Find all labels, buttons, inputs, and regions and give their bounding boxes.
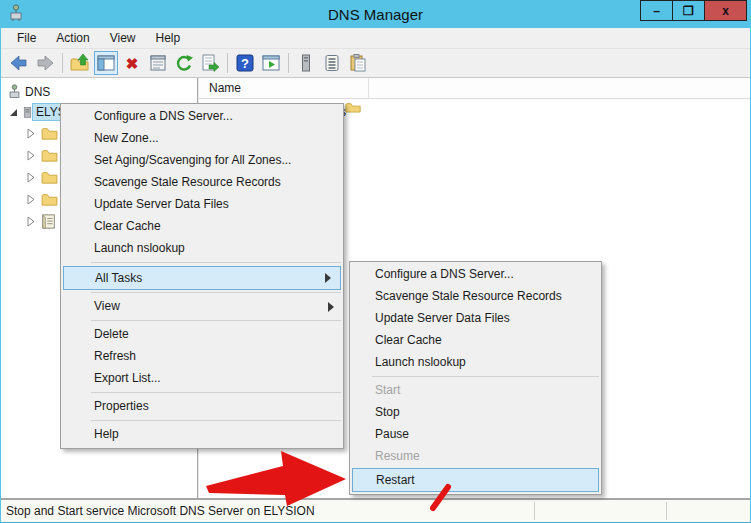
menu-item-delete[interactable]: Delete (61, 324, 343, 346)
toolbar-separator (288, 53, 289, 73)
console-tree-icon[interactable] (94, 51, 118, 75)
menu-item-configure-dns-server[interactable]: Configure a DNS Server... (61, 106, 343, 128)
close-button[interactable]: x (704, 0, 747, 21)
window-title: DNS Manager (1, 6, 750, 23)
menu-item-refresh[interactable]: Refresh (61, 346, 343, 368)
submenu-item-launch-nslookup[interactable]: Launch nslookup (350, 352, 601, 374)
folder-icon (41, 170, 58, 184)
refresh-icon[interactable] (172, 51, 196, 75)
menu-item-label: All Tasks (95, 271, 142, 285)
title-bar: DNS Manager – ❐ x (1, 0, 750, 28)
collapsed-triangle-icon[interactable] (25, 193, 37, 205)
delete-icon[interactable]: ✖ (120, 51, 144, 75)
submenu-item-restart[interactable]: Restart (352, 468, 599, 492)
app-icon (8, 4, 24, 22)
menu-file[interactable]: File (7, 29, 46, 47)
menu-view[interactable]: View (100, 29, 146, 47)
menu-item-update-server-data[interactable]: Update Server Data Files (61, 194, 343, 216)
svg-text:?: ? (241, 56, 249, 71)
collapsed-triangle-icon[interactable] (25, 171, 37, 183)
folder-icon (41, 192, 58, 206)
dns-manager-window: DNS Manager – ❐ x File Action View Help … (0, 0, 751, 523)
menu-item-label: View (94, 299, 120, 313)
menu-separator (91, 262, 341, 264)
menu-separator (91, 292, 341, 294)
menu-item-launch-nslookup[interactable]: Launch nslookup (61, 238, 343, 260)
menu-help[interactable]: Help (146, 29, 191, 47)
submenu-item-clear-cache[interactable]: Clear Cache (350, 330, 601, 352)
status-bar-divider (666, 502, 667, 520)
collapsed-triangle-icon[interactable] (25, 127, 37, 139)
folder-icon (41, 126, 58, 140)
status-bar: Stop and Start service Microsoft DNS Ser… (1, 498, 750, 522)
toolbar-separator (62, 53, 63, 73)
properties-icon[interactable] (146, 51, 170, 75)
up-folder-icon[interactable] (68, 51, 92, 75)
menu-separator (372, 376, 599, 378)
toolbar: ✖ ? (1, 49, 750, 78)
minimize-button[interactable]: – (640, 0, 673, 21)
column-header-name[interactable]: Name (199, 78, 369, 98)
toolbar-separator (227, 53, 228, 73)
menu-bar: File Action View Help (1, 28, 750, 49)
dns-root-icon (7, 84, 22, 100)
export-list-icon[interactable] (198, 51, 222, 75)
server-icon (22, 105, 33, 120)
menu-item-properties[interactable]: Properties (61, 396, 343, 418)
submenu-item-stop[interactable]: Stop (350, 402, 601, 424)
submenu-item-update-server-data[interactable]: Update Server Data Files (350, 308, 601, 330)
menu-item-scavenge[interactable]: Scavenge Stale Resource Records (61, 172, 343, 194)
menu-item-export-list[interactable]: Export List... (61, 368, 343, 390)
server-icon[interactable] (294, 51, 318, 75)
clipboard-icon[interactable] (346, 51, 370, 75)
collapsed-triangle-icon[interactable] (25, 149, 37, 161)
submenu-item-configure-dns-server[interactable]: Configure a DNS Server... (350, 264, 601, 286)
collapsed-triangle-icon[interactable] (25, 215, 37, 227)
tree-node-dns-root[interactable]: DNS (1, 83, 197, 101)
menu-item-view[interactable]: View (61, 296, 343, 318)
status-bar-divider (534, 502, 535, 520)
record-list-icon[interactable] (320, 51, 344, 75)
context-menu: Configure a DNS Server... New Zone... Se… (60, 103, 344, 449)
maximize-button[interactable]: ❐ (672, 0, 705, 21)
menu-item-new-zone[interactable]: New Zone... (61, 128, 343, 150)
submenu-arrow-icon (325, 273, 331, 283)
menu-item-help[interactable]: Help (61, 424, 343, 446)
menu-separator (91, 420, 341, 422)
menu-item-clear-cache[interactable]: Clear Cache (61, 216, 343, 238)
menu-item-set-aging[interactable]: Set Aging/Scavenging for All Zones... (61, 150, 343, 172)
tree-node-label: DNS (22, 84, 53, 100)
occluded-folder-icon-fragment (345, 101, 361, 113)
all-tasks-submenu: Configure a DNS Server... Scavenge Stale… (349, 261, 602, 495)
log-icon (41, 214, 57, 229)
help-icon[interactable]: ? (233, 51, 257, 75)
forward-icon[interactable] (33, 51, 57, 75)
submenu-item-resume: Resume (350, 446, 601, 468)
back-icon[interactable] (7, 51, 31, 75)
status-text: Stop and Start service Microsoft DNS Ser… (6, 504, 315, 518)
submenu-item-scavenge[interactable]: Scavenge Stale Resource Records (350, 286, 601, 308)
submenu-item-start: Start (350, 380, 601, 402)
list-header-row: Name (199, 78, 750, 99)
menu-action[interactable]: Action (46, 29, 99, 47)
submenu-arrow-icon (328, 302, 334, 312)
folder-icon (41, 148, 58, 162)
submenu-item-pause[interactable]: Pause (350, 424, 601, 446)
menu-separator (91, 392, 341, 394)
menu-item-all-tasks[interactable]: All Tasks (63, 266, 341, 290)
menu-separator (91, 320, 341, 322)
expanded-triangle-icon[interactable] (7, 106, 19, 118)
action-pane-icon[interactable] (259, 51, 283, 75)
